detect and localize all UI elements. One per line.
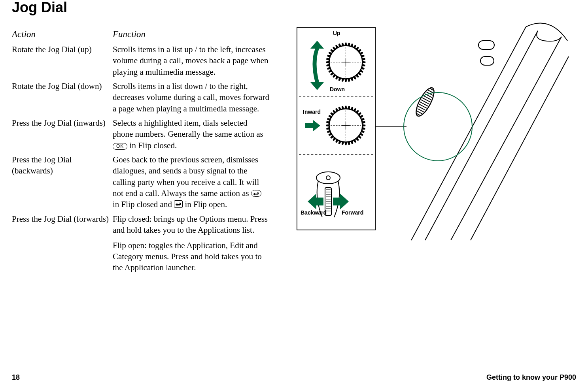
svg-marker-1	[363, 61, 366, 63]
fn-text: in Flip closed.	[130, 141, 177, 150]
col-function: Function	[113, 27, 273, 42]
function-cell: Goes back to the previous screen, dismis…	[113, 153, 273, 212]
svg-marker-50	[348, 141, 350, 145]
svg-marker-61	[326, 121, 329, 124]
svg-point-83	[326, 176, 330, 180]
footer-section-title: Getting to know your P900	[486, 373, 576, 382]
table-row: Rotate the Jog Dial (down) Scrolls items…	[12, 79, 273, 116]
svg-marker-10	[344, 79, 347, 82]
svg-marker-36	[362, 58, 365, 60]
gear-icon	[323, 40, 369, 85]
svg-marker-42	[363, 124, 366, 126]
svg-marker-70	[348, 106, 350, 109]
back-key-square-icon	[174, 200, 183, 208]
action-cell: Rotate the Jog Dial (up)	[12, 42, 113, 79]
svg-marker-29	[348, 43, 350, 46]
inward-arrow-icon	[305, 120, 320, 131]
svg-marker-52	[342, 141, 344, 145]
fn-text: Flip open: toggles the Application, Edit…	[113, 240, 270, 273]
legend-divider	[299, 154, 373, 155]
ok-key-icon: OK	[113, 143, 127, 150]
svg-marker-43	[362, 127, 365, 130]
table-row: Press the Jog Dial (inwards) Selects a h…	[12, 116, 273, 153]
legend-divider	[299, 96, 373, 97]
function-cell: Scrolls items in a list down / to the ri…	[113, 79, 273, 116]
svg-marker-9	[348, 78, 350, 81]
svg-marker-20	[326, 58, 329, 60]
svg-marker-27	[342, 43, 344, 46]
action-cell: Press the Jog Dial (inwards)	[12, 116, 113, 153]
svg-rect-95	[478, 41, 494, 49]
label-down: Down	[330, 86, 345, 92]
fn-text: Flip closed: brings up the Options menu.…	[113, 213, 270, 236]
svg-marker-77	[362, 121, 365, 124]
action-cell: Rotate the Jog Dial (down)	[12, 79, 113, 116]
action-cell: Press the Jog Dial (forwards)	[12, 212, 113, 275]
jog-dial-table: Action Function Rotate the Jog Dial (up)…	[12, 27, 273, 275]
svg-rect-96	[480, 57, 494, 65]
jog-dial-diagram: Up Down Inward	[297, 27, 569, 248]
svg-marker-28	[344, 43, 347, 46]
fn-text: in Flip open.	[185, 200, 227, 209]
function-cell: Scrolls items in a list up / to the left…	[113, 42, 273, 79]
label-inward: Inward	[303, 109, 321, 115]
label-backward: Backward	[301, 209, 327, 216]
svg-marker-68	[342, 106, 344, 109]
svg-marker-18	[326, 64, 329, 66]
svg-marker-11	[342, 78, 344, 81]
gear-icon	[323, 103, 369, 148]
backforward-diagram-icon	[301, 170, 373, 227]
table-row: Rotate the Jog Dial (up) Scrolls items i…	[12, 42, 273, 79]
callout-circle	[403, 92, 473, 161]
svg-marker-59	[326, 127, 329, 130]
svg-marker-69	[344, 106, 347, 109]
action-cell: Press the Jog Dial (backwards)	[12, 153, 113, 212]
label-forward: Forward	[342, 209, 363, 216]
function-cell: Flip closed: brings up the Options menu.…	[113, 212, 273, 275]
label-up: Up	[333, 30, 340, 36]
table-row: Press the Jog Dial (backwards) Goes back…	[12, 153, 273, 212]
page-number: 18	[12, 373, 20, 382]
fn-text: Selects a highlighted item, dials select…	[113, 118, 263, 139]
table-row: Press the Jog Dial (forwards) Flip close…	[12, 212, 273, 275]
svg-marker-2	[362, 64, 365, 66]
page-title: Jog Dial	[12, 0, 576, 16]
fn-text: Goes back to the previous screen, dismis…	[113, 155, 259, 198]
svg-marker-19	[326, 61, 329, 63]
fn-text: in Flip closed and	[113, 200, 174, 209]
function-cell: Selects a highlighted item, dials select…	[113, 116, 273, 153]
svg-marker-51	[344, 142, 347, 145]
back-key-rounded-icon	[251, 190, 261, 197]
svg-marker-60	[326, 124, 329, 126]
legend-box: Up Down Inward	[297, 27, 376, 230]
col-action: Action	[12, 27, 113, 42]
